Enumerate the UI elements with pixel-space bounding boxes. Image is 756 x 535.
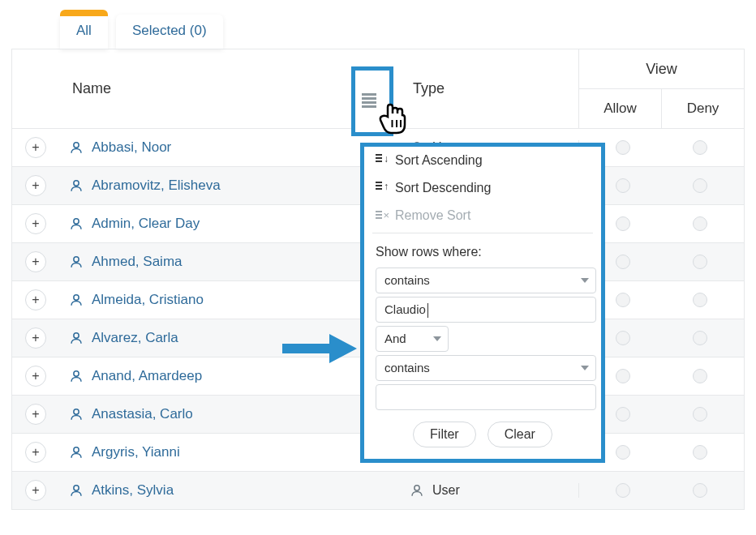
tab-selected-label: Selected (0): [132, 23, 207, 38]
filter-heading: Show rows where:: [364, 243, 601, 264]
tab-all-label: All: [76, 23, 92, 38]
filter-value-1[interactable]: Claudio: [376, 297, 596, 323]
expand-button-label: +: [32, 369, 39, 383]
type-value: User: [432, 483, 460, 498]
expand-button[interactable]: +: [25, 175, 46, 196]
deny-radio[interactable]: [693, 293, 707, 307]
expand-button-label: +: [32, 331, 39, 345]
user-icon: [410, 483, 424, 498]
deny-radio[interactable]: [693, 255, 707, 269]
expand-button[interactable]: +: [25, 404, 46, 425]
allow-radio[interactable]: [616, 140, 630, 155]
menu-remove-sort: Remove Sort: [364, 202, 601, 229]
allow-radio[interactable]: [616, 331, 630, 345]
column-view-label: View: [646, 61, 677, 78]
column-deny[interactable]: Deny: [662, 89, 744, 128]
deny-radio[interactable]: [693, 178, 707, 193]
allow-radio[interactable]: [616, 445, 630, 460]
svg-point-16: [74, 447, 79, 452]
name-link[interactable]: Abbasi, Noor: [92, 139, 171, 156]
sort-asc-icon: ↓: [376, 154, 387, 167]
name-link[interactable]: Argyris, Yianni: [92, 444, 180, 460]
tab-selected[interactable]: Selected (0): [116, 15, 223, 49]
column-type-menu-handle[interactable]: [351, 66, 393, 136]
filter-join[interactable]: And: [376, 326, 449, 352]
column-name-label: Name: [72, 80, 111, 97]
expand-button[interactable]: +: [25, 442, 46, 463]
expand-button[interactable]: +: [25, 137, 46, 158]
expand-button-label: +: [32, 293, 39, 307]
name-link[interactable]: Anand, Amardeep: [92, 368, 202, 384]
allow-radio[interactable]: [616, 293, 630, 307]
column-view[interactable]: View: [579, 49, 744, 89]
deny-radio[interactable]: [693, 483, 707, 498]
name-link[interactable]: Alvarez, Carla: [92, 330, 178, 346]
allow-radio[interactable]: [616, 255, 630, 269]
menu-sort-descending[interactable]: ↑ Sort Descending: [364, 174, 601, 202]
expand-button[interactable]: +: [25, 289, 46, 310]
filter-value-2[interactable]: [376, 384, 596, 410]
user-icon: [69, 140, 84, 155]
allow-radio[interactable]: [616, 369, 630, 383]
name-link[interactable]: Ahmed, Saima: [92, 254, 183, 270]
column-view-group: View Allow Deny: [578, 49, 744, 128]
user-icon: [69, 178, 84, 193]
user-icon: [69, 407, 84, 422]
expand-button-label: +: [32, 407, 39, 422]
expand-button[interactable]: +: [25, 327, 46, 349]
tab-all[interactable]: All: [60, 15, 108, 49]
column-allow-label: Allow: [604, 101, 637, 117]
column-allow[interactable]: Allow: [579, 89, 662, 128]
allow-radio[interactable]: [616, 178, 630, 193]
svg-point-14: [74, 409, 79, 414]
deny-radio[interactable]: [693, 331, 707, 345]
expand-button[interactable]: +: [25, 213, 46, 234]
filter-operator-1[interactable]: contains: [376, 268, 596, 293]
user-icon: [69, 483, 84, 498]
deny-radio[interactable]: [693, 407, 707, 422]
allow-radio[interactable]: [616, 216, 630, 231]
deny-radio[interactable]: [693, 140, 707, 155]
allow-radio[interactable]: [616, 407, 630, 422]
name-link[interactable]: Admin, Clear Day: [92, 216, 200, 232]
text-caret-icon: [427, 303, 428, 318]
column-name[interactable]: Name: [59, 49, 400, 128]
filter-button-label: Filter: [430, 427, 459, 441]
filter-operator-2-value: contains: [384, 361, 430, 374]
expand-button[interactable]: +: [25, 251, 46, 272]
user-icon: [69, 216, 84, 231]
chevron-down-icon: [581, 366, 589, 370]
menu-separator: [372, 233, 593, 233]
clear-button[interactable]: Clear: [488, 422, 552, 447]
name-link[interactable]: Almeida, Cristiano: [92, 292, 204, 308]
name-link[interactable]: Atkins, Sylvia: [92, 482, 174, 499]
column-expand: [12, 49, 59, 128]
expand-button[interactable]: +: [25, 366, 46, 387]
filter-button[interactable]: Filter: [413, 422, 476, 447]
filter-operator-2[interactable]: contains: [376, 355, 596, 381]
svg-point-10: [74, 333, 79, 338]
deny-radio[interactable]: [693, 216, 707, 231]
svg-point-12: [74, 371, 79, 376]
tabs-bar: All Selected (0): [0, 15, 756, 49]
user-icon: [69, 293, 84, 307]
expand-button[interactable]: +: [25, 480, 46, 501]
expand-button-label: +: [32, 178, 39, 193]
user-icon: [69, 369, 84, 383]
user-icon: [69, 255, 84, 269]
svg-point-8: [74, 295, 79, 300]
chevron-down-icon: [581, 278, 589, 283]
name-link[interactable]: Anastasia, Carlo: [92, 406, 193, 422]
expand-button-label: +: [32, 445, 39, 460]
svg-point-19: [415, 486, 419, 490]
menu-remove-sort-label: Remove Sort: [395, 208, 470, 223]
allow-radio[interactable]: [616, 483, 630, 498]
svg-point-6: [74, 257, 79, 262]
deny-radio[interactable]: [693, 445, 707, 460]
table-row: +Atkins, SylviaUser: [12, 471, 744, 509]
deny-radio[interactable]: [693, 369, 707, 383]
menu-sort-ascending[interactable]: ↓ Sort Ascending: [364, 147, 601, 174]
name-link[interactable]: Abramovitz, Elisheva: [92, 178, 221, 194]
column-type[interactable]: Type: [400, 49, 578, 128]
column-deny-label: Deny: [687, 101, 719, 117]
